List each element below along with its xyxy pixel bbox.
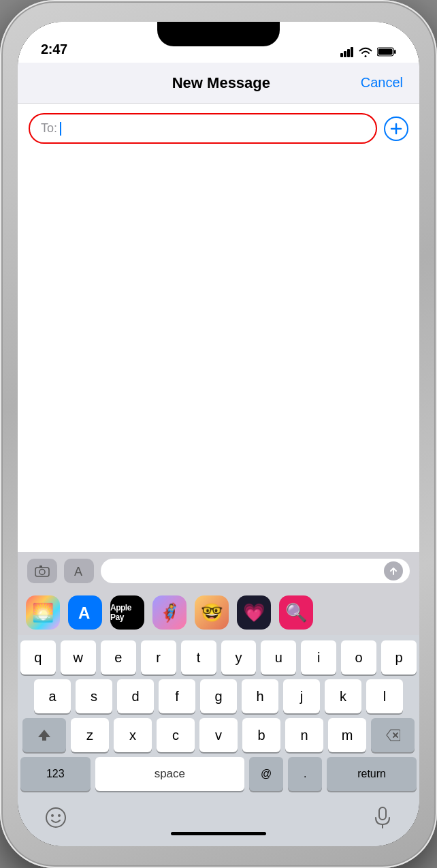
key-q[interactable]: q [20, 640, 56, 675]
message-input[interactable] [101, 559, 410, 583]
wifi-icon [358, 46, 373, 57]
photos-app-button[interactable]: 🌅 [26, 595, 60, 630]
keyboard-row-3: z x c v b n m [20, 718, 417, 752]
key-i[interactable]: i [301, 640, 336, 675]
nav-bar: New Message Cancel [18, 63, 419, 104]
keyboard-row-2: a s d f g h j k l [20, 679, 417, 713]
plus-icon [390, 123, 402, 135]
shift-key[interactable] [22, 718, 66, 752]
bottom-bar [18, 799, 419, 846]
key-x[interactable]: x [114, 718, 152, 752]
svg-rect-5 [394, 50, 396, 54]
notch [157, 22, 280, 46]
microphone-button[interactable] [373, 807, 392, 831]
keyboard-row-1: q w e r t y u i o p [20, 640, 417, 675]
svg-rect-0 [340, 53, 343, 57]
key-n[interactable]: n [285, 718, 323, 752]
status-time: 2:47 [41, 42, 67, 57]
key-d[interactable]: d [117, 679, 154, 713]
cancel-button[interactable]: Cancel [361, 75, 403, 91]
key-g[interactable]: g [200, 679, 237, 713]
signal-icon [340, 46, 354, 57]
key-l[interactable]: l [366, 679, 403, 713]
key-o[interactable]: o [341, 640, 376, 675]
key-s[interactable]: s [76, 679, 112, 713]
svg-point-18 [58, 814, 61, 817]
battery-icon [377, 47, 396, 57]
shift-icon [37, 728, 52, 743]
svg-point-17 [51, 814, 54, 817]
keyboard-row-4: 123 space @ . return [20, 757, 417, 791]
svg-point-10 [39, 570, 45, 575]
key-y[interactable]: y [221, 640, 257, 675]
svg-rect-11 [39, 565, 42, 568]
to-row: To: [18, 104, 419, 153]
delete-key[interactable] [371, 718, 415, 752]
app-toolbar: A [18, 552, 419, 590]
at-key[interactable]: @ [249, 757, 283, 791]
key-r[interactable]: r [141, 640, 176, 675]
to-label: To: [41, 121, 57, 136]
key-j[interactable]: j [283, 679, 320, 713]
appstore-button[interactable]: A [64, 559, 94, 583]
globe-search-button[interactable]: 🔍 [279, 595, 313, 630]
phone-inner: 2:47 [18, 22, 419, 846]
nav-title: New Message [172, 74, 270, 92]
svg-rect-1 [344, 51, 346, 57]
appstore-icon: A [71, 563, 86, 578]
svg-rect-2 [347, 49, 350, 57]
svg-rect-6 [378, 49, 393, 55]
send-arrow-icon [389, 566, 398, 576]
key-m[interactable]: m [328, 718, 366, 752]
to-input-field[interactable]: To: [29, 113, 377, 144]
svg-rect-19 [379, 807, 386, 820]
camera-icon [35, 565, 50, 577]
key-b[interactable]: b [242, 718, 280, 752]
phone-frame: 2:47 [0, 0, 437, 868]
keyboard: q w e r t y u i o p a s d f g [18, 635, 419, 799]
text-cursor [60, 122, 61, 136]
key-f[interactable]: f [159, 679, 195, 713]
appstore-badge-icon: A [75, 602, 95, 623]
key-p[interactable]: p [381, 640, 417, 675]
emoji-icon [45, 807, 67, 828]
numbers-key[interactable]: 123 [20, 757, 91, 791]
memoji1-button[interactable]: 🦸‍♀️ [152, 595, 187, 630]
svg-point-16 [46, 808, 65, 827]
svg-rect-3 [351, 47, 353, 57]
key-u[interactable]: u [261, 640, 296, 675]
emoji-button[interactable] [45, 807, 67, 831]
home-indicator [171, 832, 266, 835]
apps-strip: 🌅 A Apple Pay 🦸‍♀️ 🤓 💗 [18, 590, 419, 635]
camera-button[interactable] [27, 559, 57, 583]
heart-app-button[interactable]: 💗 [237, 595, 271, 630]
message-area[interactable] [18, 153, 419, 552]
send-button[interactable] [384, 561, 403, 580]
key-z[interactable]: z [71, 718, 109, 752]
key-a[interactable]: a [34, 679, 71, 713]
add-contact-button[interactable] [384, 117, 408, 141]
svg-text:A: A [78, 604, 90, 622]
appstore-app-button[interactable]: A [68, 595, 102, 630]
key-v[interactable]: v [199, 718, 238, 752]
period-key[interactable]: . [288, 757, 322, 791]
applepay-button[interactable]: Apple Pay [110, 595, 144, 630]
return-key[interactable]: return [327, 757, 417, 791]
delete-icon [385, 729, 400, 741]
svg-text:A: A [74, 565, 82, 578]
screen: 2:47 [18, 22, 419, 846]
space-key[interactable]: space [95, 757, 245, 791]
status-icons [340, 46, 396, 57]
key-t[interactable]: t [181, 640, 216, 675]
key-c[interactable]: c [157, 718, 195, 752]
key-k[interactable]: k [325, 679, 361, 713]
key-h[interactable]: h [242, 679, 278, 713]
key-e[interactable]: e [101, 640, 136, 675]
memoji2-button[interactable]: 🤓 [195, 595, 229, 630]
microphone-icon [373, 807, 392, 828]
key-w[interactable]: w [61, 640, 96, 675]
